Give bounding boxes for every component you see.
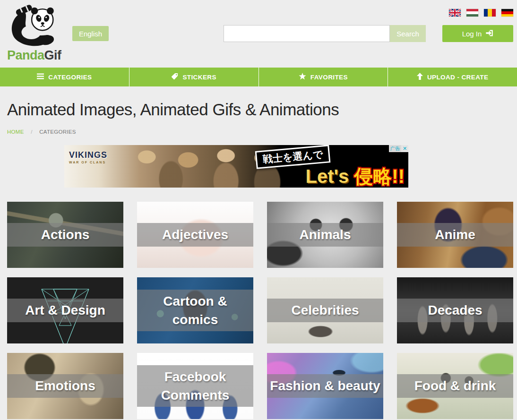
breadcrumb-separator: / — [31, 129, 33, 135]
panda-logo-icon — [7, 3, 64, 49]
site-header: PandaGif English Search Log In — [0, 0, 517, 68]
category-card-cartoon-comics[interactable]: Cartoon & comics — [137, 277, 253, 343]
tag-icon — [171, 73, 178, 81]
nav-item-categories[interactable]: CATEGORIES — [0, 68, 129, 86]
search-bar: Search — [224, 25, 426, 42]
login-button[interactable]: Log In — [442, 25, 513, 42]
category-card-decades[interactable]: Decades — [397, 277, 513, 343]
category-card-food-drink[interactable]: Food & drink — [397, 353, 513, 419]
category-card-anime[interactable]: Anime — [397, 202, 513, 268]
nav-item-upload-create[interactable]: UPLOAD - CREATE — [388, 68, 517, 86]
category-card-celebrities[interactable]: Celebrities — [267, 277, 383, 343]
upload-arrow-icon — [417, 73, 423, 81]
ad-game-logo: VIKINGS WAR OF CLANS — [69, 151, 107, 164]
flag-hungary-icon[interactable] — [466, 9, 478, 17]
search-button[interactable]: Search — [390, 25, 426, 42]
breadcrumb-home-link[interactable]: HOME — [7, 129, 24, 135]
sign-in-icon — [485, 29, 493, 38]
category-card-fashion-beauty[interactable]: Fashion & beauty — [267, 353, 383, 419]
main-nav: CATEGORIES STICKERS FAVORITES UPLOAD - C… — [0, 68, 517, 86]
category-card-animals[interactable]: Animals — [267, 202, 383, 268]
ad-headline: Let's 侵略!! — [305, 167, 405, 186]
nav-item-stickers[interactable]: STICKERS — [129, 68, 259, 86]
page-title: Animated Images, Animated Gifs & Animati… — [7, 100, 339, 119]
ad-badge: 广告 ✕ — [389, 145, 408, 152]
language-button[interactable]: English — [72, 26, 109, 41]
category-card-adjectives[interactable]: Adjectives — [137, 202, 253, 268]
breadcrumb-current: CATEGORIES — [39, 129, 76, 135]
ad-close-icon[interactable]: ✕ — [401, 145, 408, 152]
star-icon — [299, 73, 306, 81]
language-flags — [449, 9, 513, 17]
logo-wordmark: PandaGif — [7, 48, 64, 63]
search-input[interactable] — [224, 25, 390, 42]
nav-item-favorites[interactable]: FAVORITES — [259, 68, 388, 86]
category-card-actions[interactable]: Actions — [7, 202, 123, 268]
ad-banner[interactable]: VIKINGS WAR OF CLANS 戦士を選んで Let's 侵略!! 广… — [64, 145, 408, 188]
category-grid: Actions Adjectives Animals Anime Art & D… — [7, 202, 513, 419]
site-logo[interactable]: PandaGif — [7, 3, 64, 65]
flag-united-kingdom-icon[interactable] — [449, 9, 461, 17]
flag-germany-icon[interactable] — [501, 9, 513, 17]
category-card-emotions[interactable]: Emotions — [7, 353, 123, 419]
category-card-facebook-comments[interactable]: Facebook Comments — [137, 353, 253, 419]
menu-icon — [37, 73, 44, 81]
breadcrumb: HOME / CATEGORIES — [7, 129, 76, 135]
category-card-art-design[interactable]: Art & Design — [7, 277, 123, 343]
ad-info-label[interactable]: 广告 — [389, 145, 401, 152]
flag-romania-icon[interactable] — [484, 9, 496, 17]
